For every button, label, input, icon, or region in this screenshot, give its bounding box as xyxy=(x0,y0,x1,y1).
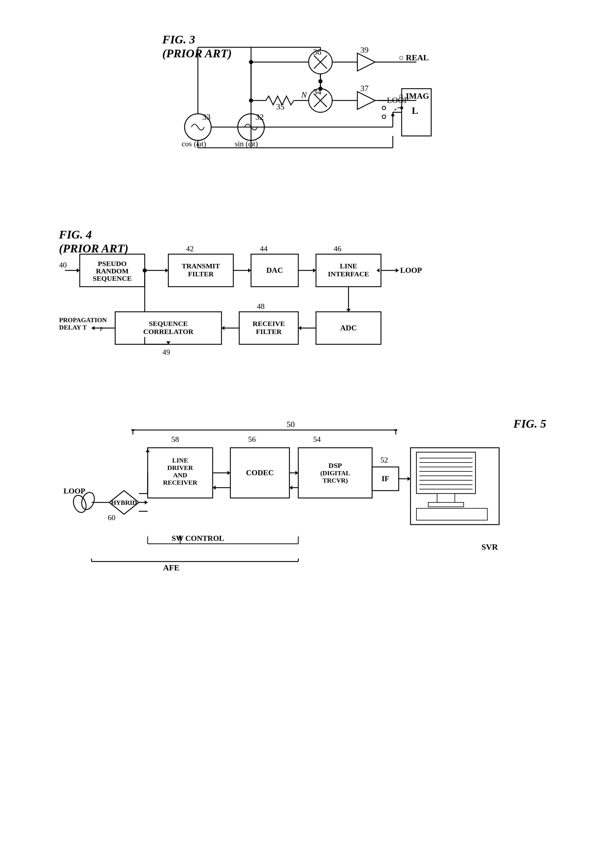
svg-text:54: 54 xyxy=(313,435,321,443)
svg-point-46 xyxy=(382,115,386,118)
svg-text:FILTER: FILTER xyxy=(256,328,282,336)
svg-text:46: 46 xyxy=(334,244,341,253)
svg-text:60: 60 xyxy=(108,513,115,522)
svg-marker-112 xyxy=(91,326,95,330)
svg-text:52: 52 xyxy=(380,456,388,464)
svg-text:36: 36 xyxy=(313,47,321,56)
svg-text:ADC: ADC xyxy=(340,324,357,332)
svg-text:P: P xyxy=(100,326,103,332)
svg-text:50: 50 xyxy=(287,420,295,429)
svg-text:HYBRID: HYBRID xyxy=(111,499,137,506)
svg-rect-177 xyxy=(428,502,464,507)
svg-text:RECEIVER: RECEIVER xyxy=(163,479,197,486)
svg-text:42: 42 xyxy=(186,244,194,253)
svg-text:CORRELATOR: CORRELATOR xyxy=(143,328,194,336)
svg-text:RECEIVE: RECEIVE xyxy=(253,320,285,327)
svg-text:48: 48 xyxy=(257,302,265,311)
svg-text:DSP: DSP xyxy=(329,462,342,469)
svg-text:49: 49 xyxy=(163,348,170,356)
svg-text:PROPAGATION: PROPAGATION xyxy=(59,316,107,324)
svg-text:○ IMAG: ○ IMAG xyxy=(399,91,429,101)
svg-text:33: 33 xyxy=(202,112,211,121)
svg-marker-8 xyxy=(357,53,375,71)
svg-text:CODEC: CODEC xyxy=(246,468,274,477)
svg-rect-176 xyxy=(437,493,455,502)
svg-marker-9 xyxy=(357,92,375,109)
svg-text:SVR: SVR xyxy=(481,542,498,551)
fig4-diagram: FIG. 4 (PRIOR ART) 40 PSEUDO RANDOM SEQU… xyxy=(56,225,558,390)
svg-text:L: L xyxy=(412,105,418,116)
svg-text:LINE: LINE xyxy=(340,262,357,270)
svg-text:(DIGITAL: (DIGITAL xyxy=(320,469,350,477)
fig3-diagram: FIG. 3 (PRIOR ART) xyxy=(160,30,455,201)
svg-text:RANDOM: RANDOM xyxy=(96,267,129,275)
svg-text:PSEUDO: PSEUDO xyxy=(98,260,126,268)
svg-rect-178 xyxy=(416,508,487,520)
svg-text:AFE: AFE xyxy=(163,563,180,572)
svg-marker-140 xyxy=(145,500,148,504)
svg-text:N: N xyxy=(301,90,307,99)
page: FIG. 3 (PRIOR ART) xyxy=(0,0,614,868)
svg-text:DRIVER: DRIVER xyxy=(167,464,193,471)
svg-text:TRANSMIT: TRANSMIT xyxy=(181,262,220,270)
svg-text:SEQUENCE: SEQUENCE xyxy=(92,275,132,282)
svg-text:39: 39 xyxy=(360,45,369,54)
svg-text:SEQUENCE: SEQUENCE xyxy=(149,320,188,327)
svg-text:40: 40 xyxy=(59,261,67,269)
svg-text:32: 32 xyxy=(256,112,264,121)
svg-point-123 xyxy=(71,493,88,514)
svg-text:56: 56 xyxy=(248,435,256,443)
svg-text:○ REAL: ○ REAL xyxy=(399,53,429,62)
fig3-svg: L xyxy=(160,30,455,201)
svg-text:LOOP: LOOP xyxy=(64,487,85,495)
svg-text:LOOP: LOOP xyxy=(400,266,422,275)
svg-text:44: 44 xyxy=(260,244,268,253)
fig5-svg: 50 LOOP HYBRID 60 58 LINE DRIVER xyxy=(56,414,558,591)
svg-text:FILTER: FILTER xyxy=(188,270,214,278)
fig4-svg: 40 PSEUDO RANDOM SEQUENCE 42 TRANSMIT FI… xyxy=(56,225,558,390)
svg-text:DAC: DAC xyxy=(266,266,283,275)
svg-text:SW CONTROL: SW CONTROL xyxy=(172,534,224,543)
svg-text:IF: IF xyxy=(381,474,389,483)
svg-text:sin (ωt): sin (ωt) xyxy=(235,140,258,148)
svg-point-43 xyxy=(318,79,323,83)
svg-marker-88 xyxy=(396,268,399,272)
svg-text:37: 37 xyxy=(360,84,369,93)
svg-text:LINE: LINE xyxy=(172,457,188,464)
svg-text:TRCVR): TRCVR) xyxy=(323,477,348,484)
svg-text:AND: AND xyxy=(173,471,187,479)
svg-text:35: 35 xyxy=(276,102,284,111)
svg-point-45 xyxy=(382,106,386,110)
svg-text:cos (ωt): cos (ωt) xyxy=(181,140,206,148)
fig5-diagram: FIG. 5 50 LOOP HYBRID 60 58 xyxy=(56,414,558,591)
svg-text:INTERFACE: INTERFACE xyxy=(328,270,369,278)
svg-text:58: 58 xyxy=(171,435,179,443)
svg-text:DELAY T: DELAY T xyxy=(59,324,87,331)
svg-text:34: 34 xyxy=(313,87,321,96)
